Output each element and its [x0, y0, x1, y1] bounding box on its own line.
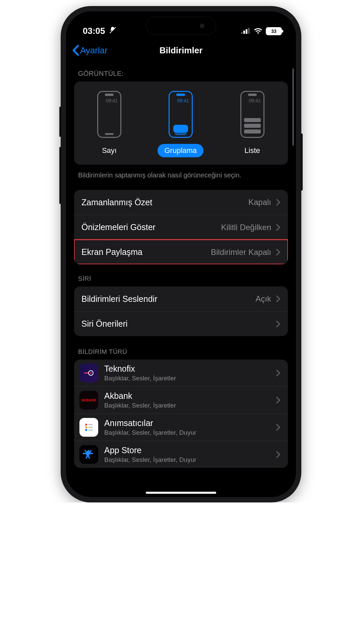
- chevron-right-icon: [276, 451, 281, 458]
- display-option-list[interactable]: 09:41 Liste: [238, 91, 266, 157]
- chevron-right-icon: [276, 199, 281, 206]
- row-show-previews[interactable]: Önizlemeleri Göster Kilitli Değilken: [74, 215, 288, 239]
- display-footer: Bildirimlerin saptanmış olarak nasıl gör…: [78, 171, 284, 180]
- back-label: Ayarlar: [80, 45, 108, 56]
- phone-frame: 03:05 33 Ayarlar: [61, 6, 301, 502]
- chevron-right-icon: [276, 249, 281, 256]
- chevron-right-icon: [276, 320, 281, 328]
- chevron-right-icon: [276, 396, 281, 404]
- display-option-count[interactable]: 09:41 Sayı: [95, 91, 123, 157]
- chevron-right-icon: [276, 424, 281, 431]
- app-row-akbank[interactable]: AKBANK AkbankBaşlıklar, Sesler, İşaretle…: [74, 386, 288, 414]
- svg-rect-2: [246, 29, 247, 34]
- nav-bar: Ayarlar Bildirimler: [66, 40, 296, 61]
- svg-point-9: [85, 429, 87, 431]
- settings-group-1: Zamanlanmış Özet Kapalı Önizlemeleri Gös…: [74, 190, 288, 264]
- svg-rect-11: [88, 427, 93, 428]
- app-row-appstore[interactable]: App StoreBaşlıklar, Sesler, İşaretler, D…: [74, 441, 288, 468]
- display-option-stack[interactable]: 09:41 Gruplama: [158, 91, 203, 157]
- svg-rect-10: [88, 424, 93, 425]
- siri-header: SİRİ: [78, 275, 284, 282]
- silent-icon: [109, 26, 117, 36]
- app-icon: AKBANK: [79, 391, 98, 410]
- siri-group: Bildirimleri Seslendir Açık Siri Önerile…: [74, 286, 288, 336]
- app-icon: [79, 445, 98, 464]
- chevron-right-icon: [276, 224, 281, 231]
- row-screen-sharing[interactable]: Ekran Paylaşma Bildirimler Kapalı: [74, 239, 288, 264]
- scroll-indicator: [292, 68, 294, 146]
- dynamic-island: [146, 17, 216, 35]
- svg-point-8: [85, 426, 87, 428]
- row-scheduled-summary[interactable]: Zamanlanmış Özet Kapalı: [74, 190, 288, 215]
- row-siri-suggestions[interactable]: Siri Önerileri: [74, 311, 288, 336]
- status-time: 03:05: [83, 26, 105, 36]
- display-picker: 09:41 Sayı 09:41 Gruplama 09:41 Liste: [74, 82, 288, 165]
- display-header: GÖRÜNTÜLE:: [78, 70, 284, 77]
- apps-group: TeknofixBaşlıklar, Sesler, İşaretler AKB…: [74, 360, 288, 468]
- apps-header: BİLDİRİM TÜRÜ: [78, 348, 284, 356]
- svg-point-6: [90, 372, 92, 374]
- row-announce-notifications[interactable]: Bildirimleri Seslendir Açık: [74, 286, 288, 311]
- svg-rect-3: [248, 28, 250, 34]
- cellular-icon: [241, 26, 250, 36]
- screen: 03:05 33 Ayarlar: [66, 11, 296, 497]
- app-icon: [79, 364, 98, 382]
- chevron-right-icon: [276, 369, 281, 377]
- svg-rect-12: [88, 429, 93, 431]
- app-row-teknofix[interactable]: TeknofixBaşlıklar, Sesler, İşaretler: [74, 360, 288, 386]
- chevron-right-icon: [276, 295, 281, 303]
- svg-point-7: [85, 424, 87, 426]
- wifi-icon: [254, 26, 262, 36]
- home-indicator[interactable]: [146, 492, 216, 494]
- app-row-reminders[interactable]: AnımsatıcılarBaşlıklar, Sesler, İşaretle…: [74, 414, 288, 441]
- app-icon: [79, 418, 98, 437]
- battery-icon: 33: [266, 27, 282, 35]
- back-button[interactable]: Ayarlar: [72, 45, 108, 56]
- svg-rect-1: [243, 31, 245, 34]
- svg-rect-0: [241, 32, 243, 34]
